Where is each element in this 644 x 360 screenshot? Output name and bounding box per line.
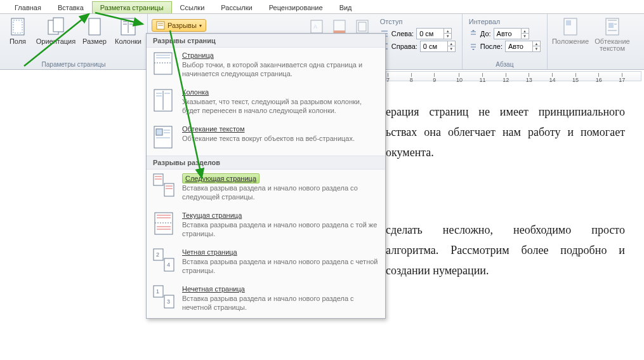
ribbon-tabs: Главная Вставка Разметка страницы Ссылки… [0,0,644,14]
spacing-before-icon [469,29,478,38]
indent-right-label: Справа: [391,43,417,50]
dd-item-column[interactable]: Колонка Указывает, что текст, следующий … [147,84,385,121]
group-page-setup: Поля Ориентация Размер Колонки Параметры… [0,14,148,69]
breaks-label: Разрывы [168,22,197,29]
svg-rect-4 [89,18,100,35]
spacing-before-label: До: [480,30,491,37]
indent-left-value: 0 см [419,30,433,37]
spacing-after-value: Авто [508,43,523,50]
indent-right-value: 0 см [423,43,437,50]
dd-even-page-icon: 24 [153,248,174,272]
tab-page-layout[interactable]: Разметка страницы [92,1,172,13]
svg-rect-37 [154,53,172,74]
wrap-icon [602,17,622,37]
svg-rect-47 [156,129,162,135]
dd-item-next-page[interactable]: Следующая страница Вставка разрыва разде… [147,170,385,208]
margins-label: Поля [10,38,26,45]
ruler-tick: 7 [386,73,390,83]
orientation-label: Ориентация [36,38,76,45]
spacing-after-input[interactable]: Авто▲▼ [505,41,541,52]
dd-page-desc: Выбор точки, в которой заканчивается одн… [182,60,379,78]
tab-home[interactable]: Главная [6,1,49,13]
dd-page-title: Страница [182,51,379,60]
tab-references[interactable]: Ссылки [172,1,213,13]
svg-rect-31 [566,20,571,25]
svg-rect-57 [155,213,173,234]
group-indent: Отступ Слева: 0 см▲▼ Справа: 0 см▲▼ [374,14,463,69]
spacing-before-value: Авто [497,30,512,37]
breaks-dropdown: Разрывы страниц Страница Выбор точки, в … [146,33,386,319]
breaks-icon [156,21,165,30]
svg-rect-51 [154,174,163,185]
tab-mailings[interactable]: Рассылки [213,1,260,13]
group-arrange: Положение Обтекание текстом [548,14,635,69]
paragraph-group-title: Абзац [469,61,541,68]
dd-even-page-desc: Вставка разрыва раздела и начало нового … [182,257,379,275]
ruler-tick: 17 [619,73,625,83]
svg-rect-33 [608,23,614,28]
dd-item-odd-page[interactable]: 13 Нечетная страница Вставка разрыва раз… [147,281,385,318]
page-color-icon [332,19,347,34]
tab-view[interactable]: Вид [331,1,360,13]
dd-page-icon [153,51,174,76]
dd-continuous-icon [153,211,174,236]
spacing-before-input[interactable]: Авто▲▼ [494,28,529,39]
breaks-button[interactable]: Разрывы ▾ [152,19,206,32]
indent-left-input[interactable]: 0 см▲▼ [416,28,452,39]
ruler-tick: 14 [549,73,555,83]
ruler-tick: 9 [433,73,436,83]
dd-item-continuous[interactable]: Текущая страница Вставка разрыва раздела… [147,208,385,244]
size-icon [84,17,105,37]
svg-text:2: 2 [156,251,159,258]
chevron-down-icon: ▾ [199,23,202,29]
dd-item-even-page[interactable]: 24 Четная страница Вставка разрыва разде… [147,244,385,281]
doc-paragraph-1: ерация страниц не имеет принципиального … [386,102,625,163]
watermark-icon: A [309,19,324,34]
position-label: Положение [552,38,589,45]
spacing-after-label: После: [480,43,503,50]
svg-text:3: 3 [167,298,170,305]
dd-continuous-title: Текущая страница [182,211,379,220]
dd-even-page-title: Четная страница [182,248,379,257]
tab-insert[interactable]: Вставка [49,1,92,13]
wrap-button[interactable]: Обтекание текстом [593,17,631,52]
dd-wrap-desc: Обтекание текста вокруг объектов на веб-… [182,134,379,143]
dd-next-page-desc: Вставка разрыва раздела и начало нового … [182,183,379,201]
svg-rect-3 [53,18,63,32]
position-button[interactable]: Положение [551,17,589,45]
dd-column-title: Колонка [182,88,379,97]
ruler-tick: 11 [480,73,486,83]
ruler-tick: 13 [526,73,532,83]
columns-button[interactable]: Колонки [113,17,143,45]
dd-column-icon [153,88,174,112]
wrap-label: Обтекание текстом [593,38,631,52]
dd-odd-page-desc: Вставка разрыва раздела и начало нового … [182,294,379,312]
page-borders-icon [355,19,370,34]
dd-next-page-title: Следующая страница [182,173,260,183]
indent-header: Отступ [380,18,456,27]
dd-section-section-breaks: Разрывы разделов [147,156,385,170]
tab-review[interactable]: Рецензирование [261,1,331,13]
document-body[interactable]: ерация страниц не имеет принципиального … [386,102,625,296]
size-button[interactable]: Размер [80,17,109,45]
margins-button[interactable]: Поля [4,17,32,45]
doc-paragraph-2: сделать несложно, необходимо просто алго… [386,220,625,281]
position-icon [560,17,581,37]
ruler-tick: 8 [410,73,413,83]
dd-continuous-desc: Вставка разрыва раздела и начало нового … [182,220,379,238]
horizontal-ruler[interactable]: 7891011121314151617 [386,71,641,81]
dd-section-page-breaks: Разрывы страниц [147,34,385,48]
dd-odd-page-title: Нечетная страница [182,285,379,294]
columns-icon [118,17,138,37]
columns-label: Колонки [115,38,141,45]
spacing-header: Интервал [469,18,541,27]
orientation-button[interactable]: Ориентация [36,17,76,45]
dd-item-wrap[interactable]: Обтекание текстом Обтекание текста вокру… [147,121,385,156]
orientation-icon [46,17,66,37]
group-spacing: Интервал До: Авто▲▼ После: Авто▲▼ Абзац [463,14,548,69]
indent-right-input[interactable]: 0 см▲▼ [420,41,456,52]
size-label: Размер [82,38,107,45]
dd-item-page[interactable]: Страница Выбор точки, в которой заканчив… [147,48,385,84]
dd-wrap-title: Обтекание текстом [182,125,379,134]
margins-icon [8,17,28,37]
